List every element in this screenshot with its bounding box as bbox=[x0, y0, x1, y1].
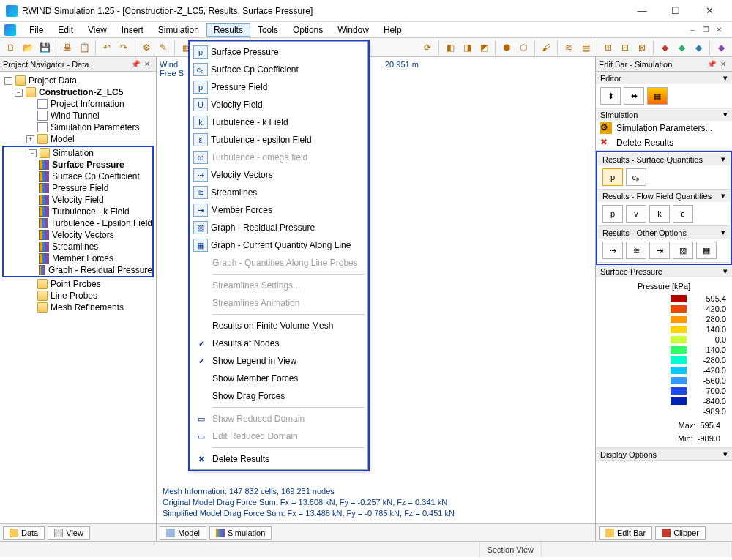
save-icon[interactable]: 💾 bbox=[37, 40, 53, 56]
pin-icon[interactable]: 📌 bbox=[706, 59, 717, 70]
opt-button[interactable]: ▦ bbox=[696, 242, 717, 259]
delete-results-link[interactable]: ✖Delete Results bbox=[596, 135, 732, 150]
tree-sim-item[interactable]: Streamlines bbox=[4, 241, 152, 253]
opt-button[interactable]: ≋ bbox=[626, 242, 646, 259]
editor-btn[interactable]: ⬍ bbox=[600, 87, 621, 105]
grid-icon[interactable]: ⊟ bbox=[617, 40, 633, 56]
editor-btn[interactable]: ⬌ bbox=[624, 87, 644, 105]
tree-root[interactable]: −Project Data bbox=[1, 75, 154, 86]
tree-sim-item[interactable]: Velocity Field bbox=[4, 194, 152, 206]
menu-item[interactable]: Show Drag Forces bbox=[190, 387, 367, 405]
menu-item[interactable]: cₚSurface Cp Coefficient bbox=[190, 61, 367, 78]
refresh-icon[interactable]: ⟳ bbox=[419, 40, 436, 56]
cube-icon[interactable]: ⬡ bbox=[515, 40, 531, 56]
chevron-down-icon[interactable]: ▾ bbox=[721, 154, 725, 164]
menu-item[interactable]: Results on Finite Volume Mesh bbox=[190, 317, 367, 335]
tree-sim-item[interactable]: Surface Pressure bbox=[4, 159, 152, 171]
mdi-restore-icon[interactable]: ❐ bbox=[700, 25, 712, 35]
maximize-button[interactable]: ☐ bbox=[659, 0, 692, 22]
menu-window[interactable]: Window bbox=[330, 23, 376, 37]
close-icon[interactable]: ✕ bbox=[717, 59, 729, 70]
menu-file[interactable]: File bbox=[22, 23, 51, 37]
menu-item[interactable]: pSurface Pressure bbox=[190, 43, 367, 61]
tree-sim-item[interactable]: Velocity Vectors bbox=[4, 229, 152, 241]
layers-icon[interactable]: ≋ bbox=[561, 40, 577, 56]
k-button[interactable]: k bbox=[649, 205, 670, 223]
chevron-down-icon[interactable]: ▾ bbox=[723, 110, 728, 119]
menu-item[interactable]: ▦Graph - Current Quantity Along Line bbox=[190, 236, 367, 254]
sim-params-link[interactable]: ⚙Simulation Parameters... bbox=[596, 121, 732, 135]
tree-item[interactable]: Point Probes bbox=[1, 278, 154, 290]
style-icon[interactable]: 🖌 bbox=[538, 40, 554, 56]
tab-view[interactable]: View bbox=[48, 526, 90, 540]
print-icon[interactable]: 🖶 bbox=[59, 40, 75, 56]
menu-options[interactable]: Options bbox=[285, 23, 330, 37]
solid-icon[interactable]: ◆ bbox=[713, 40, 729, 56]
menu-item[interactable]: kTurbulence - k Field bbox=[190, 113, 367, 131]
menu-item[interactable]: εTurbulence - epsilon Field bbox=[190, 131, 367, 149]
tree-model[interactable]: +Model bbox=[1, 133, 154, 145]
tree-item[interactable]: Wind Tunnel bbox=[1, 110, 154, 122]
tree-sim-item[interactable]: Member Forces bbox=[4, 253, 152, 264]
minimize-button[interactable]: — bbox=[625, 0, 659, 22]
project-tree[interactable]: −Project Data −Construction-Z_LC5 Projec… bbox=[0, 72, 156, 523]
tree-sim-item[interactable]: Surface Cp Coefficient bbox=[4, 171, 152, 182]
pin-icon[interactable]: 📌 bbox=[130, 59, 141, 70]
tool-icon[interactable]: ✎ bbox=[155, 40, 171, 56]
opt-button[interactable]: ▧ bbox=[673, 242, 693, 259]
menu-item[interactable]: ⇥Member Forces bbox=[190, 201, 367, 219]
menu-item[interactable]: UVelocity Field bbox=[190, 96, 367, 113]
tree-simulation[interactable]: −Simulation bbox=[4, 147, 152, 159]
chevron-down-icon[interactable]: ▾ bbox=[723, 73, 728, 83]
open-icon[interactable]: 📂 bbox=[20, 40, 36, 56]
opt-button[interactable]: ⇢ bbox=[602, 242, 623, 259]
p-button[interactable]: p bbox=[602, 168, 623, 186]
cp-button[interactable]: cₚ bbox=[626, 168, 646, 186]
chevron-down-icon[interactable]: ▾ bbox=[723, 266, 728, 276]
grid-icon[interactable]: ⊠ bbox=[634, 40, 650, 56]
editor-btn[interactable]: ▦ bbox=[647, 87, 668, 105]
tree-sim-item[interactable]: Graph - Residual Pressure bbox=[4, 264, 152, 276]
opt-button[interactable]: ⇥ bbox=[649, 242, 670, 259]
undo-icon[interactable]: ↶ bbox=[99, 40, 115, 56]
menu-help[interactable]: Help bbox=[376, 23, 409, 37]
chevron-down-icon[interactable]: ▾ bbox=[723, 449, 728, 459]
mdi-min-icon[interactable]: – bbox=[687, 25, 698, 35]
tree-project[interactable]: −Construction-Z_LC5 bbox=[1, 86, 154, 98]
menu-item[interactable]: ≋Streamlines bbox=[190, 184, 367, 201]
chevron-down-icon[interactable]: ▾ bbox=[721, 228, 725, 237]
tree-sim-item[interactable]: Turbulence - k Field bbox=[4, 206, 152, 217]
menu-item[interactable]: ✓Show Legend in View bbox=[190, 352, 367, 370]
copy-icon[interactable]: 📋 bbox=[76, 40, 92, 56]
tool-icon[interactable]: ⚙ bbox=[138, 40, 154, 56]
cube-icon[interactable]: ⬢ bbox=[498, 40, 515, 56]
menu-item[interactable]: ✓Results at Nodes bbox=[190, 335, 367, 352]
tree-item[interactable]: Mesh Refinements bbox=[1, 302, 154, 313]
view-icon[interactable]: ◩ bbox=[476, 40, 492, 56]
menu-tools[interactable]: Tools bbox=[250, 23, 285, 37]
tab-data[interactable]: Data bbox=[3, 526, 45, 540]
menu-view[interactable]: View bbox=[81, 23, 114, 37]
p-button[interactable]: p bbox=[602, 205, 623, 223]
menu-item[interactable]: ✖Delete Results bbox=[190, 450, 367, 468]
tree-item[interactable]: Project Information bbox=[1, 98, 154, 110]
view-icon[interactable]: ◧ bbox=[442, 40, 458, 56]
grid-icon[interactable]: ⊞ bbox=[600, 40, 616, 56]
tab-simulation[interactable]: Simulation bbox=[209, 526, 272, 540]
tree-item[interactable]: Line Probes bbox=[1, 290, 154, 302]
solid-icon[interactable]: ◆ bbox=[657, 40, 673, 56]
v-button[interactable]: v bbox=[626, 205, 646, 223]
menu-insert[interactable]: Insert bbox=[114, 23, 151, 37]
tree-sim-item[interactable]: Pressure Field bbox=[4, 182, 152, 194]
view-icon[interactable]: ◨ bbox=[459, 40, 475, 56]
close-button[interactable]: ✕ bbox=[692, 0, 726, 22]
menu-item[interactable]: ⇢Velocity Vectors bbox=[190, 166, 367, 184]
new-icon[interactable]: 🗋 bbox=[3, 40, 19, 56]
tab-editbar[interactable]: Edit Bar bbox=[599, 526, 652, 540]
redo-icon[interactable]: ↷ bbox=[116, 40, 132, 56]
menu-item[interactable]: pPressure Field bbox=[190, 78, 367, 96]
eps-button[interactable]: ε bbox=[673, 205, 693, 223]
menu-item[interactable]: Show Member Forces bbox=[190, 370, 367, 387]
solid-icon[interactable]: ◆ bbox=[673, 40, 690, 56]
menu-simulation[interactable]: Simulation bbox=[151, 23, 206, 37]
